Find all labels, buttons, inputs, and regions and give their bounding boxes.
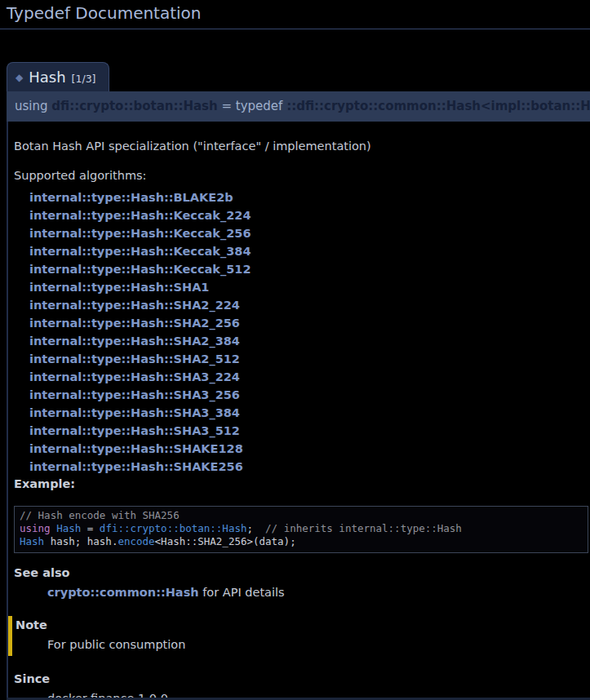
since-section: Since docker-finance 1.0.0 — [14, 671, 590, 700]
code-link[interactable]: Hash — [20, 535, 44, 547]
algorithm-link[interactable]: internal::type::Hash::SHA2_384 — [29, 334, 240, 348]
code-link[interactable]: Hash — [56, 522, 81, 534]
algorithm-link[interactable]: internal::type::Hash::Keccak_512 — [29, 263, 251, 276]
proto-member-name: dfi::crypto::botan::Hash — [51, 99, 217, 113]
algorithm-link[interactable]: internal::type::Hash::SHA2_512 — [29, 352, 240, 366]
see-also-suffix: for API details — [199, 586, 285, 599]
code-token: hash; hash. — [44, 535, 118, 547]
algorithm-link[interactable]: internal::type::Hash::SHA3_384 — [29, 406, 240, 419]
code-link[interactable]: encode — [118, 535, 154, 547]
algorithm-link[interactable]: internal::type::Hash::SHA2_224 — [29, 299, 240, 312]
example-label: Example: — [14, 476, 590, 492]
proto-equals: = typedef — [218, 99, 286, 113]
algorithm-item: internal::type::Hash::Keccak_512 — [29, 260, 590, 278]
permalink-diamond-icon[interactable]: ◆ — [16, 72, 23, 83]
code-token: // inherits internal::type::Hash — [265, 522, 462, 534]
algorithm-link[interactable]: internal::type::Hash::Keccak_224 — [29, 209, 251, 222]
algorithm-link[interactable]: internal::type::Hash::Keccak_384 — [29, 245, 251, 258]
note-text: For public consumption — [47, 637, 590, 653]
algorithm-link[interactable]: internal::type::Hash::SHA3_512 — [29, 424, 240, 437]
algorithm-item: internal::type::Hash::SHA1 — [29, 278, 590, 296]
code-token: // Hash encode with SHA256 — [20, 509, 180, 521]
note-section: Note For public consumption — [8, 616, 590, 656]
algorithm-item: internal::type::Hash::Keccak_224 — [29, 206, 590, 224]
code-link[interactable]: dfi::crypto::botan::Hash — [100, 522, 247, 534]
code-line: using Hash = dfi::crypto::botan::Hash; /… — [20, 522, 583, 535]
algorithm-item: internal::type::Hash::SHA3_384 — [29, 404, 590, 422]
see-also-link[interactable]: crypto::common::Hash — [47, 586, 199, 599]
algorithm-item: internal::type::Hash::SHA3_224 — [29, 368, 590, 386]
algorithm-item: internal::type::Hash::Keccak_256 — [29, 224, 590, 242]
code-line: Hash hash; hash.encode<Hash::SHA2_256>(d… — [20, 535, 583, 548]
code-token: using — [20, 522, 51, 534]
algorithm-link[interactable]: internal::type::Hash::SHAKE256 — [29, 460, 243, 473]
algorithm-item: internal::type::Hash::SHA2_384 — [29, 332, 590, 350]
code-token: <Hash::SHA2_256>(data); — [155, 535, 296, 547]
algorithm-item: internal::type::Hash::BLAKE2b — [29, 188, 590, 206]
algorithm-item: internal::type::Hash::SHA2_224 — [29, 296, 590, 314]
see-also-section: See also crypto::common::Hash for API de… — [14, 565, 590, 600]
page-title: Typedef Documentation — [0, 0, 590, 29]
proto-using-keyword: using — [15, 99, 51, 113]
member-tab-name: Hash — [29, 69, 65, 86]
algorithm-link[interactable]: internal::type::Hash::SHAKE128 — [29, 442, 243, 455]
see-also-label: See also — [14, 565, 590, 582]
algorithm-item: internal::type::Hash::SHAKE256 — [29, 458, 590, 476]
note-label: Note — [16, 618, 590, 634]
member-doc: Botan Hash API specialization ("interfac… — [7, 122, 590, 700]
doc-intro: Botan Hash API specialization ("interfac… — [14, 138, 590, 154]
algorithm-item: internal::type::Hash::SHA2_512 — [29, 350, 590, 368]
since-label: Since — [14, 671, 590, 688]
supported-algorithms-label: Supported algorithms: — [14, 167, 590, 184]
member-tab-count: [1/3] — [72, 73, 96, 85]
algorithm-item: internal::type::Hash::Keccak_384 — [29, 242, 590, 260]
algorithm-item: internal::type::Hash::SHA3_512 — [29, 422, 590, 440]
algorithm-list: internal::type::Hash::BLAKE2binternal::t… — [14, 188, 590, 476]
proto-member-type: ::dfi::crypto::common::Hash<impl::botan:… — [286, 99, 590, 113]
member-prototype: using dfi::crypto::botan::Hash = typedef… — [7, 91, 590, 122]
code-line: // Hash encode with SHA256 — [20, 509, 583, 522]
algorithm-link[interactable]: internal::type::Hash::SHA3_224 — [29, 370, 240, 383]
algorithm-link[interactable]: internal::type::Hash::SHA3_256 — [29, 388, 240, 401]
algorithm-link[interactable]: internal::type::Hash::Keccak_256 — [29, 227, 251, 240]
algorithm-link[interactable]: internal::type::Hash::BLAKE2b — [29, 191, 233, 204]
algorithm-link[interactable]: internal::type::Hash::SHA1 — [29, 281, 209, 294]
member-tab[interactable]: ◆ Hash [1/3] — [7, 62, 109, 91]
code-block: // Hash encode with SHA256using Hash = d… — [14, 506, 588, 553]
code-token: ; — [246, 522, 265, 534]
code-token: = — [81, 522, 100, 534]
see-also-content: crypto::common::Hash for API details — [47, 585, 590, 601]
algorithm-item: internal::type::Hash::SHA2_256 — [29, 314, 590, 332]
algorithm-link[interactable]: internal::type::Hash::SHA2_256 — [29, 317, 240, 330]
algorithm-item: internal::type::Hash::SHA3_256 — [29, 386, 590, 404]
algorithm-item: internal::type::Hash::SHAKE128 — [29, 440, 590, 458]
